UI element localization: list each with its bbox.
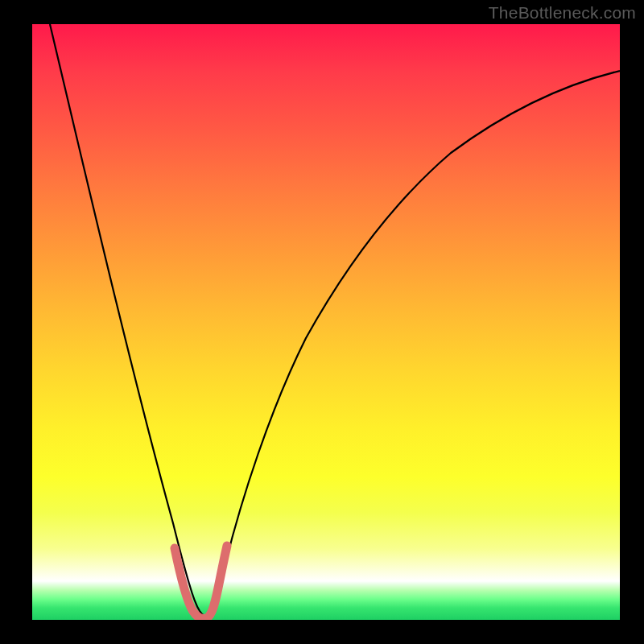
chart-frame: TheBottleneck.com	[0, 0, 644, 644]
curve-layer	[32, 24, 620, 620]
watermark-text: TheBottleneck.com	[489, 3, 636, 23]
bottleneck-curve	[50, 24, 620, 617]
plot-area	[32, 24, 620, 620]
